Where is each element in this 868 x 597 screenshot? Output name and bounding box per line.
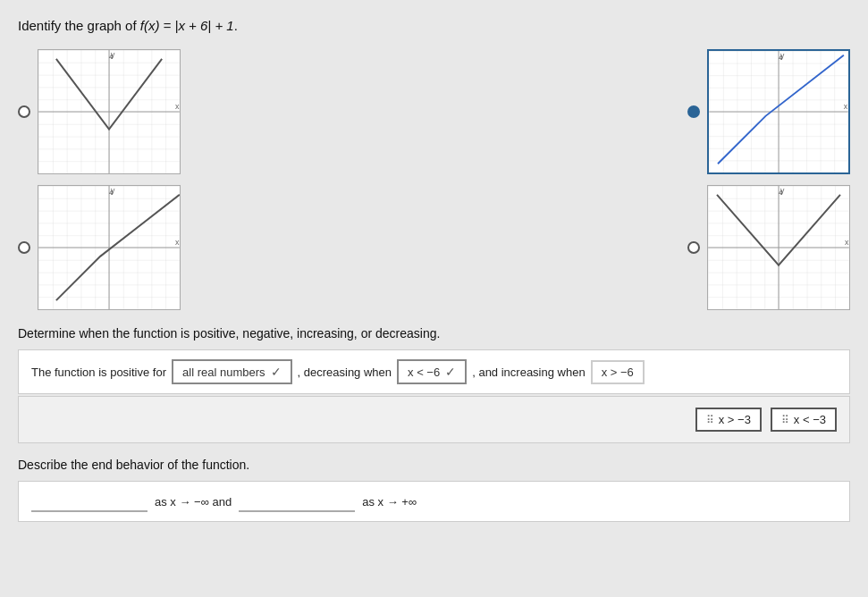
svg-text:4: 4: [109, 53, 114, 61]
svg-text:4: 4: [779, 54, 783, 62]
radio-b[interactable]: [18, 241, 30, 254]
right-graphs: x y 4: [687, 49, 850, 310]
graph-c-svg: x y 4: [709, 51, 848, 172]
drag-chip-1-label: x > −3: [719, 413, 751, 426]
drag-chip-2[interactable]: x < −3: [771, 408, 837, 432]
title-function: f(x) = |x + 6| + 1: [140, 18, 234, 33]
end-behavior-pos-inf-input[interactable]: [239, 491, 355, 512]
graph-a-container: x y 4: [38, 49, 181, 174]
graph-option-d[interactable]: x y 4: [687, 185, 850, 310]
svg-text:x: x: [175, 102, 180, 111]
end-behavior-section: Describe the end behavior of the functio…: [18, 458, 850, 522]
end-behavior-neg-inf-label: as x → −∞ and: [155, 495, 232, 509]
graph-b-svg: x y 4: [38, 186, 180, 309]
graphs-section: x y 4: [18, 49, 850, 310]
graph-option-c[interactable]: x y 4: [687, 49, 850, 174]
left-graphs: x y 4: [18, 49, 181, 310]
decreasing-answer-box[interactable]: x < −6 ✓: [397, 359, 467, 384]
end-behavior-row: as x → −∞ and as x → +∞: [18, 481, 850, 522]
graph-d-svg: x y 4: [708, 186, 849, 309]
svg-text:4: 4: [109, 189, 114, 197]
positive-answer-box[interactable]: all real numbers ✓: [172, 359, 292, 384]
increasing-label: , and increasing when: [472, 366, 585, 379]
radio-c[interactable]: [687, 105, 700, 118]
graph-b-container: x y 4: [38, 185, 181, 310]
positive-checkmark: ✓: [271, 365, 282, 379]
end-behavior-label: Describe the end behavior of the functio…: [18, 458, 850, 472]
graph-d-container: x y 4: [707, 185, 850, 310]
drag-chip-2-label: x < −3: [794, 413, 826, 426]
graph-option-b[interactable]: x y 4: [18, 185, 181, 310]
radio-a[interactable]: [18, 105, 30, 118]
radio-d[interactable]: [687, 241, 700, 254]
end-behavior-neg-inf-input[interactable]: [31, 491, 147, 512]
increasing-answer-text: x > −6: [602, 366, 634, 379]
svg-text:4: 4: [779, 189, 783, 197]
decreasing-label: , decreasing when: [298, 366, 392, 379]
page-title: Identify the graph of f(x) = |x + 6| + 1…: [18, 18, 850, 33]
drag-chips-row: x > −3 x < −3: [18, 396, 850, 443]
decreasing-checkmark: ✓: [445, 365, 456, 379]
end-behavior-pos-inf-label: as x → +∞: [362, 495, 417, 509]
svg-text:x: x: [844, 102, 848, 111]
svg-text:x: x: [175, 238, 180, 247]
increasing-answer-box[interactable]: x > −6: [591, 360, 645, 384]
graph-a-svg: x y 4: [38, 50, 180, 173]
answer-row: The function is positive for all real nu…: [18, 349, 850, 394]
svg-text:x: x: [845, 238, 849, 247]
positive-answer-text: all real numbers: [182, 366, 265, 379]
positive-prefix: The function is positive for: [31, 366, 166, 379]
graph-option-a[interactable]: x y 4: [18, 49, 181, 174]
graph-c-container: x y 4: [707, 49, 850, 174]
drag-chip-1[interactable]: x > −3: [695, 408, 762, 432]
determine-label: Determine when the function is positive,…: [18, 326, 850, 341]
decreasing-answer-text: x < −6: [408, 366, 440, 379]
title-text: Identify the graph of: [18, 18, 140, 33]
